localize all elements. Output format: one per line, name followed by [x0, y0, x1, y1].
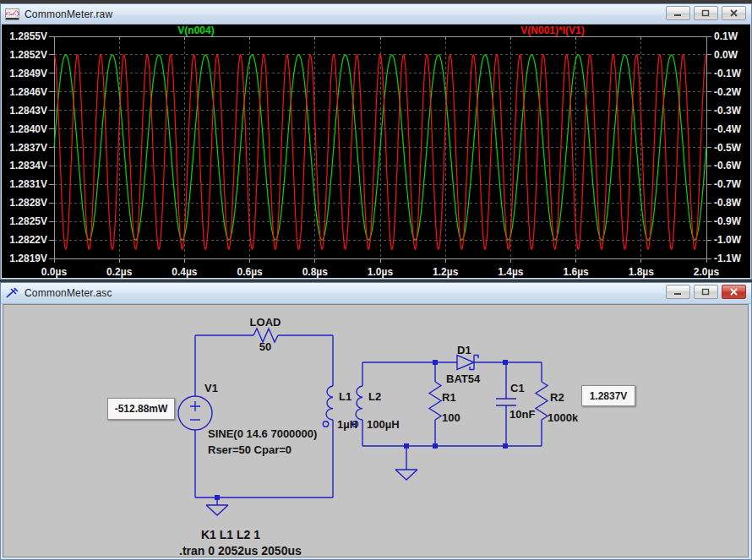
load-value-label[interactable]: 50: [259, 340, 271, 353]
left-axis-tick-label: 1.2840V: [9, 123, 47, 135]
v1-plus-sign: [190, 401, 200, 411]
v1-params-label[interactable]: Rser=50 Cpar=0: [208, 443, 292, 456]
minimize-button[interactable]: [666, 6, 690, 20]
left-axis-tick-label: 1.2834V: [9, 160, 47, 171]
l2-value-label[interactable]: 100µH: [367, 418, 400, 431]
x-axis-tick-label: 2.0µs: [694, 266, 720, 278]
left-axis-tick-label: 1.2822V: [9, 234, 47, 246]
right-axis-tick-label: 0.1W: [714, 30, 738, 42]
minimize-icon: [673, 288, 683, 296]
x-axis-tick-label: 0.8µs: [302, 266, 329, 278]
x-axis-tick-label: 0.6µs: [237, 266, 263, 278]
diode-d1[interactable]: [457, 356, 474, 370]
waveform-file-icon: [5, 8, 19, 20]
power-readout-box: -512.88mW: [107, 398, 175, 420]
left-axis-tick-label: 1.2846V: [9, 86, 47, 98]
right-axis-tick-label: -1.0W: [714, 234, 742, 246]
inductor-l1[interactable]: [326, 386, 333, 420]
l1-name-label[interactable]: L1: [339, 390, 351, 403]
ground-symbol-left[interactable]: [206, 497, 228, 515]
left-axis-tick-label: 1.2837V: [9, 142, 47, 154]
c1-value-label[interactable]: 10nF: [510, 408, 535, 421]
load-name-label[interactable]: LOAD: [250, 316, 281, 329]
schematic-canvas[interactable]: LOAD 50 V1 SINE(0 14.6 7000000) Rser=50 …: [3, 304, 749, 557]
left-axis-tick-label: 1.2855V: [9, 30, 47, 42]
legend-trace-power[interactable]: V(N001)*I(V1): [520, 24, 584, 36]
schematic-window-title: CommonMeter.asc: [25, 287, 112, 299]
close-icon: [729, 288, 738, 296]
minimize-button[interactable]: [666, 285, 690, 299]
r1-value-label[interactable]: 100: [442, 411, 460, 424]
l1-phase-dot: [323, 421, 328, 427]
spice-directive-coupling[interactable]: K1 L1 L2 1: [201, 528, 260, 541]
right-axis-tick-label: -0.4W: [714, 123, 742, 135]
x-axis-tick-label: 1.4µs: [498, 266, 524, 278]
close-icon: [729, 9, 738, 17]
x-axis-tick-label: 0.0µs: [41, 266, 68, 278]
r2-value-label[interactable]: 1000k: [548, 411, 579, 424]
left-axis-tick-label: 1.2849V: [9, 68, 47, 79]
right-axis-tick-label: -0.5W: [714, 142, 742, 154]
x-axis-tick-label: 1.8µs: [629, 266, 655, 278]
left-axis-tick-label: 1.2828V: [9, 197, 47, 209]
x-axis-tick-label: 1.0µs: [368, 266, 394, 278]
junction-node: [503, 443, 508, 449]
d1-value-label[interactable]: BAT54: [446, 372, 481, 385]
left-axis-tick-label: 1.2843V: [9, 105, 47, 117]
restore-icon: [701, 9, 711, 17]
minimize-icon: [673, 9, 683, 17]
left-axis-tick-label: 1.2831V: [9, 178, 47, 190]
right-axis-tick-label: -0.6W: [714, 160, 742, 171]
close-button[interactable]: [722, 6, 746, 20]
x-axis-tick-label: 0.4µs: [172, 266, 198, 278]
resistor-r1[interactable]: [429, 382, 441, 420]
left-axis-tick-label: 1.2852V: [9, 49, 47, 61]
restore-button[interactable]: [694, 285, 718, 299]
waveform-window-titlebar[interactable]: CommonMeter.raw: [1, 4, 751, 24]
waveform-window: CommonMeter.raw 1.2855V0.1W1.2852V0.0W1.…: [0, 3, 752, 280]
restore-icon: [701, 288, 711, 296]
right-axis-tick-label: -0.2W: [714, 86, 742, 98]
r2-name-label[interactable]: R2: [550, 391, 564, 404]
right-axis-tick-label: 0.0W: [714, 49, 738, 61]
spice-directive-tran[interactable]: .tran 0 2052us 2050us: [179, 544, 302, 557]
close-button[interactable]: [722, 285, 746, 299]
schematic-drawing[interactable]: LOAD 50 V1 SINE(0 14.6 7000000) Rser=50 …: [3, 305, 749, 557]
right-axis-tick-label: -0.3W: [714, 105, 742, 117]
left-axis-tick-label: 1.2825V: [9, 215, 47, 227]
waveform-plot[interactable]: 1.2855V0.1W1.2852V0.0W1.2849V-0.1W1.2846…: [2, 24, 752, 280]
waveform-plot-area[interactable]: 1.2855V0.1W1.2852V0.0W1.2849V-0.1W1.2846…: [2, 24, 750, 278]
right-axis-tick-label: -1.1W: [714, 253, 742, 264]
right-axis-tick-label: -0.8W: [714, 197, 742, 209]
schematic-window-titlebar[interactable]: CommonMeter.asc: [1, 283, 751, 304]
voltage-readout-box: 1.2837V: [581, 385, 635, 406]
l1-value-label[interactable]: 1µH: [337, 418, 357, 431]
restore-button[interactable]: [694, 6, 718, 20]
v1-value-label[interactable]: SINE(0 14.6 7000000): [208, 427, 317, 440]
junction-node: [503, 360, 508, 365]
schematic-window: CommonMeter.asc: [0, 282, 752, 560]
r1-name-label[interactable]: R1: [442, 391, 456, 404]
left-axis-tick-label: 1.2819V: [9, 253, 47, 264]
waveform-window-title: CommonMeter.raw: [25, 8, 112, 20]
x-axis-tick-label: 1.2µs: [433, 266, 459, 278]
d1-name-label[interactable]: D1: [457, 344, 471, 356]
capacitor-c1[interactable]: [496, 399, 516, 405]
junction-node: [433, 443, 438, 449]
c1-name-label[interactable]: C1: [510, 382, 525, 394]
v1-name-label[interactable]: V1: [204, 382, 218, 394]
right-axis-tick-label: -0.7W: [714, 178, 742, 190]
ground-symbol-right[interactable]: [395, 446, 417, 480]
schematic-file-icon: [5, 287, 19, 299]
x-axis-tick-label: 0.2µs: [106, 266, 133, 278]
resistor-r2[interactable]: [536, 382, 548, 420]
right-axis-tick-label: -0.1W: [714, 68, 742, 79]
inductor-l2[interactable]: [356, 386, 362, 420]
right-axis-tick-label: -0.9W: [714, 215, 742, 227]
legend-trace-vn004[interactable]: V(n004): [177, 24, 214, 36]
x-axis-tick-label: 1.6µs: [563, 266, 589, 278]
l2-name-label[interactable]: L2: [368, 390, 381, 403]
